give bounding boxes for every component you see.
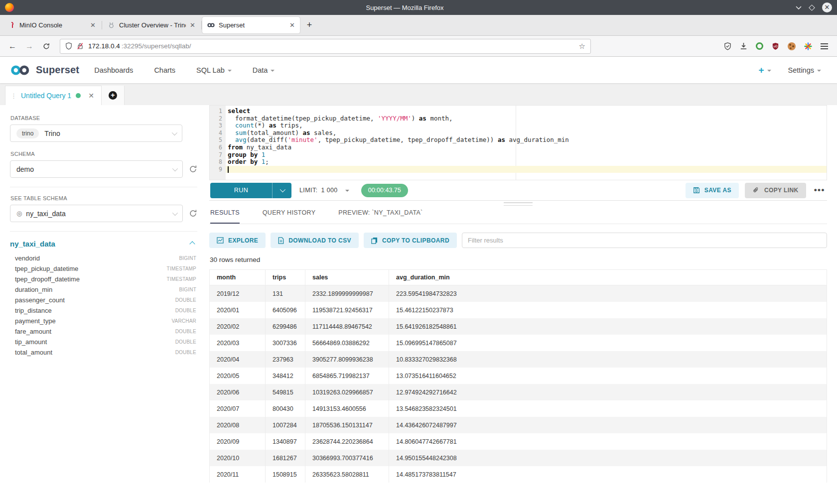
filter-results-input[interactable]	[462, 233, 827, 248]
menu-hamburger-icon[interactable]	[821, 43, 828, 49]
refresh-schema-icon[interactable]	[189, 165, 197, 173]
window-minimize-icon[interactable]	[796, 5, 802, 9]
table-icon: ◎	[16, 210, 22, 217]
code-line[interactable]: order by 1;	[226, 158, 827, 166]
run-query-button[interactable]: RUN	[210, 183, 291, 198]
window-close-icon[interactable]: ✕	[822, 2, 832, 12]
table-cell: 2019/12	[210, 285, 266, 302]
tab-query-history[interactable]: QUERY HISTORY	[263, 209, 315, 224]
column-row[interactable]: total_amountDOUBLE	[10, 347, 197, 358]
tab-close-icon[interactable]: ✕	[190, 21, 195, 29]
code-line[interactable]: avg(date_diff('minute', tpep_pickup_date…	[226, 136, 827, 144]
bookmark-star-icon[interactable]: ☆	[579, 42, 585, 51]
copy-clipboard-button[interactable]: COPY TO CLIPBOARD	[364, 233, 457, 248]
tracking-shield-icon[interactable]	[65, 42, 72, 50]
sqllab-left-panel: DATABASE trino Trino SCHEMA demo SEE TAB…	[0, 105, 209, 483]
extension-asterisk-icon[interactable]	[804, 42, 812, 50]
code-line[interactable]: from ny_taxi_data	[226, 144, 827, 151]
column-row[interactable]: trip_distanceDOUBLE	[10, 305, 197, 316]
table-cell: 15.096995147865087	[389, 335, 827, 351]
table-row: 2020/042379633905277.809993623810.833327…	[210, 351, 827, 368]
table-cell: 2020/03	[210, 335, 266, 351]
ublock-icon[interactable]: uO	[772, 42, 779, 50]
nav-dashboards[interactable]: Dashboards	[94, 66, 133, 74]
panel-drag-handle[interactable]	[504, 202, 533, 208]
column-name: duration_min	[15, 286, 52, 293]
more-options-icon[interactable]: •••	[812, 185, 827, 195]
column-row[interactable]: duration_minBIGINT	[10, 284, 197, 295]
column-row[interactable]: payment_typeVARCHAR	[10, 316, 197, 326]
insecure-lock-icon[interactable]	[77, 42, 84, 50]
save-as-button[interactable]: SAVE AS	[686, 183, 739, 198]
add-new-menu[interactable]: +	[758, 65, 771, 76]
nav-data[interactable]: Data	[253, 66, 275, 74]
browser-tab-minio[interactable]: MinIO Console ✕	[3, 17, 101, 33]
tab-close-icon[interactable]: ✕	[289, 21, 295, 29]
refresh-table-icon[interactable]	[189, 209, 197, 218]
table-name-heading[interactable]: ny_taxi_data	[10, 240, 55, 248]
copy-link-button[interactable]: COPY LINK	[745, 183, 806, 198]
column-row[interactable]: passenger_countDOUBLE	[10, 295, 197, 305]
tab-close-icon[interactable]: ✕	[90, 21, 96, 29]
table-cell: 1508915	[266, 466, 305, 483]
query-tab-active[interactable]: ⋮ Untitled Query 1 ✕	[5, 86, 102, 105]
extension-green-icon[interactable]	[756, 42, 763, 50]
new-tab-button[interactable]: +	[301, 15, 318, 35]
code-line[interactable]: sum(total_amount) as sales,	[226, 129, 827, 137]
nav-charts[interactable]: Charts	[154, 66, 175, 74]
results-column-header[interactable]: avg_duration_min	[389, 270, 827, 285]
permissions-shield-icon[interactable]	[724, 42, 731, 50]
back-icon[interactable]: ←	[5, 39, 20, 54]
cookie-extension-icon[interactable]	[788, 42, 796, 50]
divider	[10, 231, 197, 232]
browser-tab-trino[interactable]: Cluster Overview - Trino ✕	[103, 17, 200, 33]
chevron-down-icon	[228, 70, 232, 72]
column-row[interactable]: vendoridBIGINT	[10, 253, 197, 263]
run-options-caret[interactable]	[273, 183, 291, 198]
table-cell: 1007284	[266, 417, 305, 433]
table-cell: 56664869.03886292	[305, 335, 389, 351]
database-select[interactable]: trino Trino	[10, 125, 182, 142]
add-query-tab-button[interactable]: +	[102, 86, 125, 105]
superset-favicon	[207, 21, 215, 29]
column-row[interactable]: tip_amountDOUBLE	[10, 337, 197, 347]
tab-preview-table[interactable]: PREVIEW: `NY_TAXI_DATA`	[338, 209, 422, 224]
superset-brand[interactable]: Superset	[9, 64, 79, 77]
reload-icon[interactable]	[39, 39, 54, 54]
column-row[interactable]: tpep_dropoff_datetimeTIMESTAMP	[10, 274, 197, 284]
results-column-header[interactable]: sales	[305, 270, 389, 285]
column-row[interactable]: fare_amountDOUBLE	[10, 326, 197, 337]
query-tab-close-icon[interactable]: ✕	[88, 92, 94, 100]
code-line[interactable]: group by 1	[226, 151, 827, 159]
forward-icon[interactable]: →	[22, 39, 37, 54]
table-row: 2020/03300733656664869.0388629215.096995…	[210, 335, 827, 351]
superset-navbar: Superset Dashboards Charts SQL Lab Data …	[0, 57, 837, 83]
download-csv-button[interactable]: DOWNLOAD TO CSV	[271, 233, 359, 248]
browser-tab-superset[interactable]: Superset ✕	[202, 17, 300, 33]
downloads-icon[interactable]	[740, 42, 747, 50]
url-bar[interactable]: 172.18.0.4:32295/superset/sqllab/ ☆	[60, 39, 591, 54]
text-cursor	[228, 166, 229, 173]
code-line[interactable]: count(*) as trips,	[226, 122, 827, 129]
browser-tabstrip: MinIO Console ✕ Cluster Overview - Trino…	[0, 15, 837, 36]
column-row[interactable]: tpep_pickup_datetimeTIMESTAMP	[10, 263, 197, 274]
results-column-header[interactable]: month	[210, 270, 266, 285]
code-line[interactable]	[226, 166, 827, 173]
drag-handle-icon[interactable]: ⋮	[10, 92, 16, 100]
results-column-header[interactable]: trips	[266, 270, 305, 285]
nav-sqllab[interactable]: SQL Lab	[196, 66, 232, 74]
collapse-chevron-icon[interactable]	[189, 241, 195, 247]
editor-code-area[interactable]: select format_datetime(tpep_pickup_datet…	[226, 106, 827, 180]
code-line[interactable]: select	[226, 108, 827, 115]
tab-results[interactable]: RESULTS	[210, 209, 240, 224]
settings-menu[interactable]: Settings	[788, 66, 821, 74]
table-select[interactable]: ◎ ny_taxi_data	[10, 205, 183, 222]
code-line[interactable]: format_datetime(tpep_pickup_datetime, 'Y…	[226, 115, 827, 123]
table-row: 2019/121312332.1899999999987223.59541984…	[210, 285, 827, 302]
explore-button[interactable]: EXPLORE	[209, 233, 266, 248]
limit-dropdown[interactable]: LIMIT: 1 000	[299, 187, 349, 194]
schema-select[interactable]: demo	[10, 160, 183, 178]
table-cell: 30366993.700377416	[305, 450, 389, 466]
window-maximize-icon[interactable]	[810, 5, 814, 10]
sql-editor[interactable]: 123456789 select format_datetime(tpep_pi…	[209, 105, 827, 180]
